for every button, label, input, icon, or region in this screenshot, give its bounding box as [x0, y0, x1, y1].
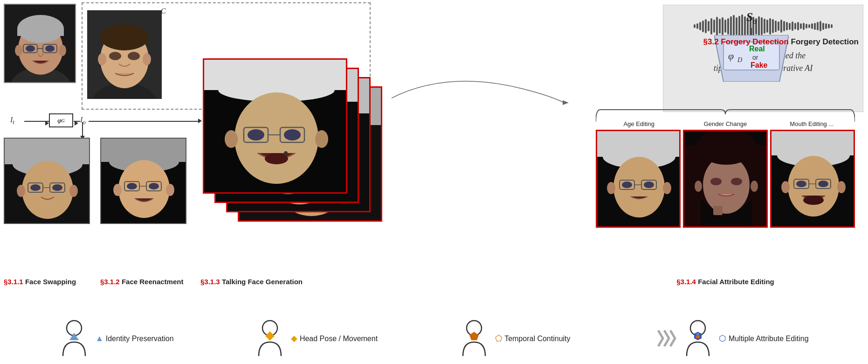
label-It: It	[10, 116, 14, 126]
svg-point-120	[788, 156, 839, 217]
arrowhead-io	[75, 121, 78, 126]
svg-point-113	[751, 181, 758, 192]
legend-identity: ▲ Identity Preservation	[59, 320, 173, 357]
svg-point-32	[30, 184, 41, 191]
svg-point-127	[818, 181, 828, 187]
legend-temporal: ⬠ Temporal Continuity	[459, 320, 571, 357]
talking-face-stack	[200, 58, 387, 222]
legend-headpose-label: ◆ Head Pose / Movement	[291, 333, 378, 343]
person-icon-temporal	[459, 320, 489, 357]
svg-point-103	[644, 182, 654, 188]
attr-frame-gender	[683, 130, 768, 228]
legend-multiple-label: ⬡ Multiple Attribute Editing	[719, 333, 808, 343]
svg-text:Fake: Fake	[751, 61, 768, 69]
arrowhead-to-phig	[45, 121, 49, 126]
svg-point-102	[622, 182, 632, 188]
svg-point-6	[15, 45, 22, 56]
svg-point-33	[52, 184, 62, 191]
svg-rect-5	[17, 29, 64, 36]
source-face-image	[4, 4, 76, 83]
arrow-so-down	[751, 28, 752, 35]
svg-point-28	[69, 185, 78, 197]
svg-text:D: D	[737, 56, 742, 63]
chevron-arrows-icon	[652, 328, 677, 349]
legend-temporal-label: ⬠ Temporal Continuity	[495, 333, 571, 343]
svg-marker-141	[469, 332, 479, 340]
svg-point-18	[98, 53, 106, 65]
forgery-detection-label: §3.2 Forgery Detection Forgery Detection	[703, 37, 859, 47]
face-reenactment-output	[100, 138, 186, 224]
attr-frame-age	[596, 130, 681, 228]
svg-point-88	[248, 129, 264, 140]
svg-rect-111	[713, 206, 723, 215]
svg-point-82	[234, 92, 318, 184]
svg-point-126	[796, 181, 806, 187]
svg-text:or: or	[752, 54, 758, 61]
section-label-facial-attr: §3.1.4 Facial Attribute Editing	[596, 278, 855, 286]
reference-face-image	[87, 10, 162, 99]
svg-point-90	[265, 153, 288, 164]
svg-point-44	[127, 183, 137, 189]
svg-point-39	[113, 184, 122, 196]
person-icon-multiple	[683, 320, 713, 357]
svg-point-91	[284, 151, 288, 155]
svg-point-19	[143, 53, 151, 65]
legend-headpose: ◆ Head Pose / Movement	[255, 320, 378, 357]
svg-point-21	[128, 52, 140, 60]
So-label: So	[746, 10, 757, 26]
legend-multiple: ⬡ Multiple Attribute Editing	[652, 320, 808, 357]
section-label-face-swapping: §3.1.1 Face Swapping	[4, 278, 97, 286]
phi-G-box: φG	[49, 113, 73, 127]
svg-point-114	[710, 178, 722, 185]
attr-frame-mouth	[770, 130, 855, 228]
svg-point-84	[315, 130, 328, 148]
svg-point-17	[100, 24, 149, 50]
svg-point-115	[731, 178, 742, 185]
svg-point-110	[701, 137, 752, 165]
svg-point-128	[803, 196, 824, 205]
facial-attr-frames	[596, 130, 855, 228]
svg-point-45	[149, 183, 159, 189]
svg-point-11	[26, 45, 35, 52]
svg-point-89	[284, 129, 301, 140]
svg-point-97	[607, 182, 615, 194]
legend-section: ▲ Identity Preservation ◆ Head Pose / Mo…	[0, 320, 868, 357]
svg-point-121	[781, 181, 790, 193]
curly-brace-attr	[596, 109, 855, 122]
svg-point-12	[45, 45, 55, 52]
svg-point-112	[695, 181, 702, 192]
talking-frame-1-front	[203, 58, 347, 194]
svg-rect-139	[266, 331, 275, 341]
main-diagram: C (function() { const heig	[0, 0, 868, 364]
svg-point-27	[17, 185, 25, 197]
svg-text:φ: φ	[728, 50, 734, 62]
person-icon-identity	[59, 320, 90, 357]
svg-point-20	[109, 52, 121, 60]
svg-marker-135	[563, 100, 569, 105]
forgery-detection-section: So φ D Real or Fake	[714, 10, 789, 84]
svg-point-38	[118, 160, 170, 218]
label-Io: Io	[80, 116, 86, 126]
svg-point-122	[837, 181, 846, 193]
legend-identity-label: ▲ Identity Preservation	[95, 334, 173, 343]
curve-to-detection	[392, 61, 569, 131]
svg-point-96	[613, 157, 665, 217]
section-label-talking: §3.1.3 Talking Face Generation	[200, 278, 303, 286]
section-label-reenactment: §3.1.2 Face Reenactment	[100, 278, 203, 286]
svg-point-40	[166, 184, 174, 196]
face-swap-output-1	[4, 138, 90, 224]
svg-point-98	[663, 182, 671, 194]
svg-point-83	[225, 130, 238, 148]
svg-marker-137	[69, 333, 79, 340]
arrow-io-right	[89, 121, 200, 122]
svg-point-26	[22, 161, 73, 219]
svg-point-7	[59, 45, 66, 56]
person-icon-headpose	[255, 320, 285, 357]
